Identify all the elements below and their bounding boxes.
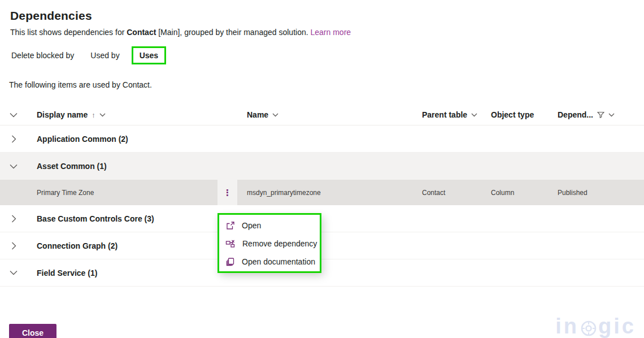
group-row-asset-common[interactable]: Asset Common (1) xyxy=(0,153,644,180)
group-row-field-service[interactable]: Field Service (1) xyxy=(0,259,644,287)
sort-ascending-icon: ↑ xyxy=(92,111,95,119)
cell-name: msdyn_primarytimezone xyxy=(237,189,421,197)
subtitle-entity: Contact xyxy=(127,28,156,37)
learn-more-link[interactable]: Learn more xyxy=(311,28,351,37)
watermark-text: gic xyxy=(598,314,636,338)
close-button[interactable]: Close xyxy=(9,324,56,338)
inogic-watermark: in gic xyxy=(555,314,636,338)
chevron-right-icon xyxy=(11,215,16,223)
column-header-label: Name xyxy=(247,110,268,119)
tab-uses[interactable]: Uses xyxy=(140,51,158,60)
filter-icon xyxy=(597,111,604,118)
column-header-label: Depend... xyxy=(558,110,593,119)
column-header-label: Object type xyxy=(491,110,534,119)
menu-item-open-documentation[interactable]: Open documentation xyxy=(219,253,320,271)
group-label: Base Custom Controls Core (3) xyxy=(27,214,644,223)
column-header-object-type[interactable]: Object type xyxy=(490,110,556,119)
cell-object-type: Column xyxy=(490,189,556,197)
vertical-ellipsis-icon: ⋮ xyxy=(223,188,232,197)
column-header-display-name[interactable]: Display name ↑ xyxy=(27,110,237,119)
column-header-label: Display name xyxy=(37,110,88,119)
cell-parent-table: Contact xyxy=(421,189,490,197)
column-header-label: Parent table xyxy=(422,110,467,119)
group-label: Asset Common (1) xyxy=(27,162,644,171)
subtitle: This list shows dependencies for Contact… xyxy=(10,28,644,37)
chevron-down-icon xyxy=(471,113,477,117)
annotation-box-uses: Uses xyxy=(132,46,166,64)
column-header-parent-table[interactable]: Parent table xyxy=(421,110,490,119)
tab-delete-blocked-by[interactable]: Delete blocked by xyxy=(7,51,79,60)
select-all-dropdown[interactable] xyxy=(0,112,27,118)
chevron-down-icon xyxy=(10,112,18,118)
menu-item-label: Open documentation xyxy=(242,257,315,266)
chevron-down-icon xyxy=(99,113,106,117)
subtitle-text: This list shows dependencies for xyxy=(10,28,127,37)
dependencies-dialog: Dependencies This list shows dependencie… xyxy=(0,9,644,338)
chevron-right-icon xyxy=(11,242,16,250)
tab-used-by[interactable]: Used by xyxy=(86,51,124,60)
remove-dependency-icon xyxy=(225,239,236,249)
group-row-connection-graph[interactable]: Connection Graph (2) xyxy=(0,232,644,259)
group-label: Field Service (1) xyxy=(27,268,644,278)
subtitle-suffix: [Main], grouped by their managed solutio… xyxy=(156,28,310,37)
chevron-down-icon xyxy=(10,270,18,275)
group-label: Connection Graph (2) xyxy=(27,241,644,250)
inogic-aperture-icon xyxy=(580,320,597,337)
column-header-dependency[interactable]: Depend... xyxy=(556,110,644,119)
menu-item-label: Open xyxy=(242,221,261,230)
table-row-primary-time-zone[interactable]: Primary Time Zone ⋮ msdyn_primarytimezon… xyxy=(0,180,644,205)
chevron-down-icon xyxy=(272,113,279,117)
cell-dependency: Published xyxy=(556,189,644,197)
chevron-down-icon xyxy=(10,164,18,169)
page-title: Dependencies xyxy=(10,9,644,23)
group-row-base-custom-controls-core[interactable]: Base Custom Controls Core (3) xyxy=(0,205,644,232)
tab-bar: Delete blocked by Used by Uses xyxy=(7,46,644,65)
chevron-down-icon xyxy=(608,113,615,117)
menu-item-open[interactable]: Open xyxy=(219,216,320,235)
group-label: Application Common (2) xyxy=(27,135,644,144)
row-context-menu: Open Remove dependency Open documentatio… xyxy=(217,213,321,273)
cell-display-name: Primary Time Zone xyxy=(27,189,217,197)
list-description: The following items are used by Contact. xyxy=(9,80,644,89)
table-header-row: Display name ↑ Name Parent table Object … xyxy=(0,105,644,125)
open-in-new-icon xyxy=(225,221,235,231)
open-documentation-icon xyxy=(225,257,235,267)
menu-item-label: Remove dependency xyxy=(242,239,317,248)
menu-item-remove-dependency[interactable]: Remove dependency xyxy=(219,235,320,253)
chevron-right-icon xyxy=(11,135,16,143)
column-header-name[interactable]: Name xyxy=(237,110,421,119)
watermark-text: in xyxy=(555,314,579,338)
dependencies-table: Display name ↑ Name Parent table Object … xyxy=(0,105,644,287)
row-more-commands-button[interactable]: ⋮ xyxy=(217,180,237,205)
group-row-application-common[interactable]: Application Common (2) xyxy=(0,125,644,153)
